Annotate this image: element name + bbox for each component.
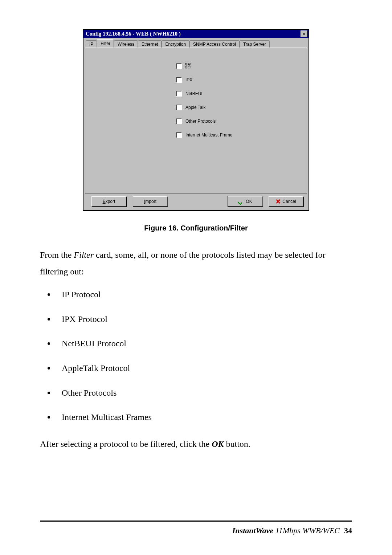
footer-page: 34	[344, 526, 352, 535]
body-text: From the Filter card, some, all, or none…	[40, 247, 352, 452]
cancel-button-label: Cancel	[282, 199, 296, 204]
titlebar: Config 192.168.4.56 - WEB ( NWH6210 ) ×	[83, 30, 309, 38]
cancel-button[interactable]: Cancel	[269, 196, 303, 207]
import-button[interactable]: Import	[133, 196, 168, 207]
list-item: IPX Protocol	[55, 311, 352, 328]
checkbox-ipx-label: IPX	[185, 77, 192, 82]
checkbox-ip-label: IP	[185, 63, 191, 69]
ok-button[interactable]: OK	[228, 196, 263, 207]
figure-caption: Figure 16. Configuration/Filter	[40, 224, 352, 232]
check-icon	[238, 200, 244, 203]
checkbox-other-label: Other Protocols	[185, 119, 216, 124]
list-item: AppleTalk Protocol	[55, 360, 352, 377]
footer-model: 11Mbps WWB/WEC	[273, 526, 340, 535]
tab-ip[interactable]: IP	[86, 40, 97, 48]
checkbox-other-row: Other Protocols	[176, 118, 299, 125]
ok-term: OK	[212, 439, 224, 449]
checkbox-multicast[interactable]	[176, 132, 182, 138]
checkbox-ipx[interactable]	[176, 77, 182, 83]
tab-wireless[interactable]: Wireless	[114, 40, 138, 48]
tab-snmp[interactable]: SNMP Access Control	[189, 40, 240, 48]
checkbox-netbeui-label: NetBEUI	[185, 91, 203, 96]
protocol-list: IP Protocol IPX Protocol NetBEUI Protoco…	[40, 286, 352, 426]
checkbox-ip-row: IP	[176, 62, 299, 70]
checkbox-multicast-row: Internet Multicast Frame	[176, 131, 299, 139]
footer-rule	[40, 521, 352, 522]
tab-trap[interactable]: Trap Server	[240, 40, 270, 48]
tab-ethernet[interactable]: Ethernet	[138, 40, 162, 48]
config-window: Config 192.168.4.56 - WEB ( NWH6210 ) × …	[83, 29, 309, 211]
x-icon	[276, 199, 280, 204]
tab-page-filter: IP IPX NetBEUI Apple Talk Other Protocol…	[85, 48, 307, 193]
list-item: NetBEUI Protocol	[55, 335, 352, 352]
ok-button-label: OK	[246, 199, 252, 204]
checkbox-multicast-label: Internet Multicast Frame	[185, 132, 232, 138]
window-client: IP Filter Wireless Ethernet Encryption S…	[83, 38, 309, 210]
close-icon[interactable]: ×	[301, 30, 307, 37]
filter-term: Filter	[74, 250, 94, 260]
list-item: IP Protocol	[55, 286, 352, 303]
paragraph-1: From the Filter card, some, all, or none…	[40, 247, 352, 280]
checkbox-ip[interactable]	[176, 63, 182, 69]
button-bar: Export Import OK Cancel	[85, 193, 307, 209]
tab-encryption[interactable]: Encryption	[162, 40, 189, 48]
paragraph-2: After selecting a protocol to be filtere…	[40, 436, 352, 453]
checkbox-other[interactable]	[176, 118, 182, 124]
footer-brand: InstantWave	[232, 526, 273, 535]
export-button[interactable]: Export	[91, 196, 126, 207]
list-item: Other Protocols	[55, 385, 352, 401]
footer: InstantWave 11Mbps WWB/WEC34	[232, 526, 352, 535]
tab-filter[interactable]: Filter	[97, 39, 114, 48]
window-title: Config 192.168.4.56 - WEB ( NWH6210 )	[86, 31, 301, 37]
checkbox-netbeui[interactable]	[176, 91, 182, 97]
list-item: Internet Multicast Frames	[55, 409, 352, 426]
checkbox-appletalk[interactable]	[176, 105, 182, 110]
checkbox-appletalk-row: Apple Talk	[176, 104, 299, 111]
checkbox-ipx-row: IPX	[176, 76, 299, 83]
tabstrip: IP Filter Wireless Ethernet Encryption S…	[85, 39, 307, 48]
checkbox-netbeui-row: NetBEUI	[176, 90, 299, 97]
checkbox-appletalk-label: Apple Talk	[185, 105, 205, 110]
